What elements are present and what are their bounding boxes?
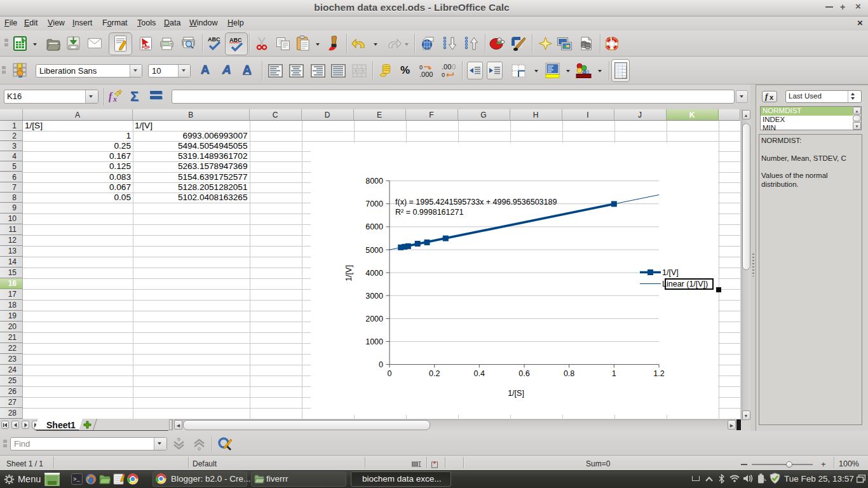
svg-text:7000: 7000: [365, 200, 383, 208]
svg-text:R² = 0.9998161271: R² = 0.9998161271: [395, 208, 463, 217]
svg-text:8000: 8000: [365, 177, 383, 186]
svg-text:.000: .000: [419, 71, 433, 78]
svg-text:PDF: PDF: [142, 45, 150, 50]
svg-text:0: 0: [379, 360, 383, 369]
svg-text:1: 1: [612, 369, 616, 378]
svg-text:3000: 3000: [365, 292, 383, 301]
svg-text:1000: 1000: [365, 337, 383, 346]
svg-text:f: f: [109, 91, 113, 102]
svg-text:4000: 4000: [365, 269, 383, 278]
svg-text:0.8: 0.8: [564, 369, 574, 378]
svg-text:0: 0: [452, 64, 456, 71]
svg-text:0: 0: [419, 64, 423, 71]
svg-text:1/[V]: 1/[V]: [344, 265, 353, 281]
svg-text:0.4: 0.4: [474, 369, 485, 378]
svg-text:0.2: 0.2: [429, 369, 440, 378]
svg-text:*: *: [433, 461, 437, 468]
svg-text:1/[V]: 1/[V]: [662, 268, 679, 277]
svg-text:1/[S]: 1/[S]: [508, 389, 524, 398]
svg-text:%: %: [498, 39, 501, 43]
svg-text:2000: 2000: [365, 315, 383, 323]
svg-text:0.6: 0.6: [519, 369, 529, 378]
svg-text:ABC: ABC: [208, 36, 220, 43]
svg-text:5000: 5000: [365, 246, 383, 255]
svg-text:1.2: 1.2: [653, 369, 664, 378]
svg-text:6000: 6000: [365, 222, 383, 231]
svg-text:.00: .00: [442, 64, 451, 71]
svg-text:f(x) = 1995.4241595733x + 4996: f(x) = 1995.4241595733x + 4996.953650318…: [395, 198, 557, 207]
svg-text:>_: >_: [73, 477, 80, 483]
svg-text:0: 0: [388, 369, 392, 378]
svg-text:0: 0: [442, 72, 445, 78]
svg-text:x: x: [112, 95, 117, 103]
